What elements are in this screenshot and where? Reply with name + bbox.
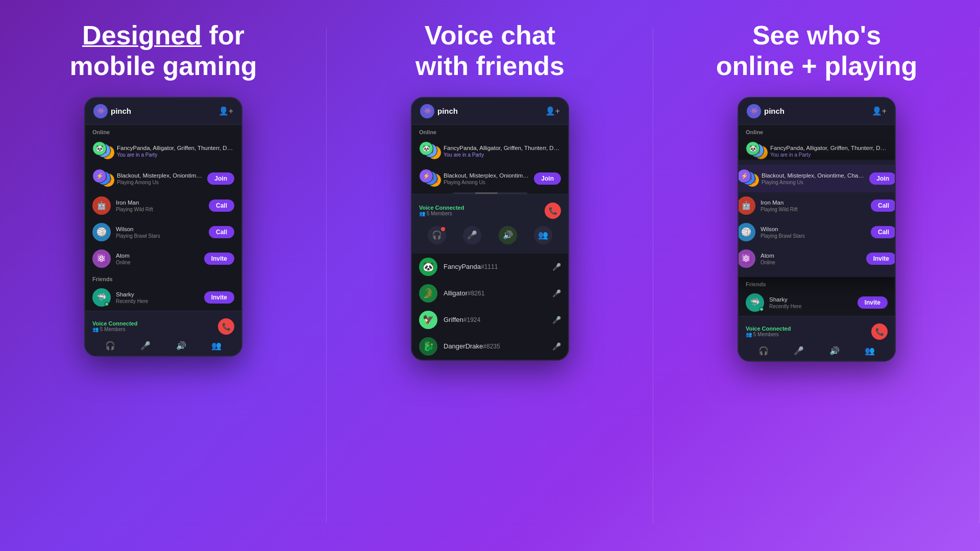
vc-name-alligator: Alligator#8261 [444,289,546,297]
vc-headphone-btn[interactable]: 🎧 [428,226,446,244]
popup-ironman-call[interactable]: Call [871,199,896,212]
phone2-header: 👾 pinch 👤+ [412,98,568,125]
party-row-2: 🐼 🐊 🦅 FancyPanda, Alligator, Griffen, Th… [412,137,568,165]
headphone-icon-1[interactable]: 🎧 [105,341,115,350]
friends-icon-1[interactable]: 👥 [211,341,222,350]
voice-bar-1: Voice Connected 👥 5 Members 📞 [92,315,234,338]
popup-container: ⚡ 🎮 🎯 Blackout, Misterplex, Oniontime, C… [738,165,896,277]
wilson-avatar-1: 🏐 [92,223,111,241]
voice-info-3: Voice Connected 👥 5 Members [746,325,791,337]
vc-user-fancypanda: 🐼 FancyPanda#1111 🎤 [412,254,568,280]
hangup-btn-2[interactable]: 📞 [545,203,561,219]
popup-ironman-avatar: 🤖 [738,196,755,215]
speaker-icon-3[interactable]: 🔊 [829,346,840,356]
popup-join-button[interactable]: Join [869,172,896,185]
bottom-bar-3: Voice Connected 👥 5 Members 📞 🎧 🎤 🔊 👥 [739,316,895,361]
group-avatars-1: ⚡ 🎮 🎯 [92,169,112,188]
wilson-call-btn-1[interactable]: Call [209,226,234,238]
ironman-call-btn-1[interactable]: Call [209,199,234,212]
party-status-2: You are in a Party [444,152,561,158]
popup-atom-info: Atom Online [761,252,861,265]
popup-group-names: Blackout, Misterplex, Oniontime, ChadMus… [762,172,864,180]
popup-wilson-call[interactable]: Call [871,226,896,238]
party-avatars-2: 🐼 🐊 🦅 [419,141,438,161]
hangup-btn-1[interactable]: 📞 [218,318,234,335]
mic-icon-1[interactable]: 🎤 [140,341,151,350]
online-label-3: Online [739,125,895,137]
vc-mic-btn[interactable]: 🎤 [463,226,481,244]
vc-user-dangerdrake: 🐉 DangerDrake#8235 🎤 [412,333,568,360]
popup-group-row: ⚡ 🎮 🎯 Blackout, Misterplex, Oniontime, C… [738,165,896,192]
popup-wilson-name: Wilson [761,226,866,233]
pinch-name-1: pinch [111,107,131,115]
vc-avatar-fancypanda: 🐼 [419,258,437,276]
friends-label-3: Friends [739,277,895,289]
mic-icon-3[interactable]: 🎤 [794,346,804,356]
phone-3: 👾 pinch 👤+ Online 🐼 🐊 🦅 FancyPanda, Alli… [738,97,896,362]
pinch-logo-2: 👾 pinch [420,104,458,118]
phone2-body: Online 🐼 🐊 🦅 FancyPanda, Alligator, Grif… [412,125,568,360]
phone-2: 👾 pinch 👤+ Online 🐼 🐊 🦅 FancyPanda, Alli… [411,97,569,361]
add-friend-icon-3[interactable]: 👤+ [872,106,887,116]
sharky-status-1: Recently Here [116,298,199,304]
headphone-icon-3[interactable]: 🎧 [758,346,769,356]
sharky-info-3: Sharky Recently Here [769,296,852,309]
voice-info-1: Voice Connected 👥 5 Members [92,320,137,332]
bottom-bar-1: Voice Connected 👥 5 Members 📞 🎧 🎤 🔊 👥 [85,311,241,356]
vc-label-2: Voice Connected [419,205,464,211]
atom-status-1: Online [116,260,199,265]
voice-section-2: Voice Connected 👥 5 Members 📞 🎧 🎤 🔊 👥 [412,194,568,254]
voice-controls-2: 🎧 🎤 🔊 👥 [419,222,561,248]
sharky-invite-btn-3[interactable]: Invite [857,296,888,309]
voice-members-1: 👥 5 Members [92,327,137,332]
atom-name-1: Atom [116,252,199,260]
phone-1: 👾 pinch 👤+ Online 🐼 🐊 🦅 FancyPanda, Alli… [84,97,242,357]
hangup-btn-3[interactable]: 📞 [871,323,888,340]
phone3-body: Online 🐼 🐊 🦅 FancyPanda, Alligator, Grif… [739,125,895,361]
vc-bar-2: Voice Connected 👥 5 Members 📞 [419,199,561,222]
wilson-name-1: Wilson [116,226,204,233]
popup-group-status: Playing Among Us [762,180,864,185]
atom-row-1: ⚛️ Atom Online Invite [85,245,241,272]
party-status-3: You are in a Party [770,152,888,158]
bottom-icons-1: 🎧 🎤 🔊 👥 [92,338,234,352]
pinch-name-2: pinch [437,107,458,115]
vc-friends-btn[interactable]: 👥 [534,226,552,244]
vc-avatar-alligator: 🐊 [419,284,437,303]
pinch-avatar-1: 👾 [93,104,108,118]
ironman-name-1: Iron Man [116,199,204,207]
join-button-1[interactable]: Join [207,172,234,185]
pinch-logo-1: 👾 pinch [93,104,131,118]
popup-atom-row: ⚛️ Atom Online Invite [738,245,896,272]
party-info-2: FancyPanda, Alligator, Griffen, Thunterr… [444,144,561,158]
panel-mobile-gaming: Designed for mobile gaming 👾 pinch 👤+ On… [0,0,327,551]
vc-speaker-btn[interactable]: 🔊 [499,226,517,244]
popup-wilson-avatar: 🏐 [738,223,755,241]
voice-label-1: Voice Connected [92,320,137,327]
pinch-name-3: pinch [764,107,785,115]
atom-invite-btn-1[interactable]: Invite [204,253,234,265]
group-info-2: Blackout, Misterplex, Oniontime, ChadMus… [444,172,529,185]
popup-atom-status: Online [761,260,861,265]
vc-avatar-dangerdrake: 🐉 [419,337,437,356]
pinch-avatar-3: 👾 [747,104,761,118]
phone1-body: Online 🐼 🐊 🦅 FancyPanda, Alligator, Grif… [85,125,241,356]
group-status-1: Playing Among Us [117,180,202,185]
vc-name-fancypanda: FancyPanda#1111 [444,263,546,270]
add-friend-icon-1[interactable]: 👤+ [218,106,233,116]
group-row-1: ⚡ 🎮 🎯 Blackout, Misterplex, Oniontime, C… [85,165,241,192]
voice-label-3: Voice Connected [746,325,791,332]
popup-ironman-row: 🤖 Iron Man Playing Wild Rift Call [738,192,896,219]
vc-name-dangerdrake: DangerDrake#8235 [444,342,546,350]
group-names-2: Blackout, Misterplex, Oniontime, ChadMus… [444,172,529,180]
sharky-invite-btn-1[interactable]: Invite [204,291,234,304]
speaker-icon-1[interactable]: 🔊 [176,341,186,350]
add-friend-icon-2[interactable]: 👤+ [545,106,560,116]
popup-atom-invite[interactable]: Invite [866,253,896,265]
popup-atom-name: Atom [761,252,861,260]
join-button-2[interactable]: Join [534,172,561,185]
panel1-title: Designed for mobile gaming [70,20,257,82]
friends-icon-3[interactable]: 👥 [865,346,875,356]
scroll-thumb-2 [475,192,498,194]
mic-icon-alligator: 🎤 [552,289,561,297]
